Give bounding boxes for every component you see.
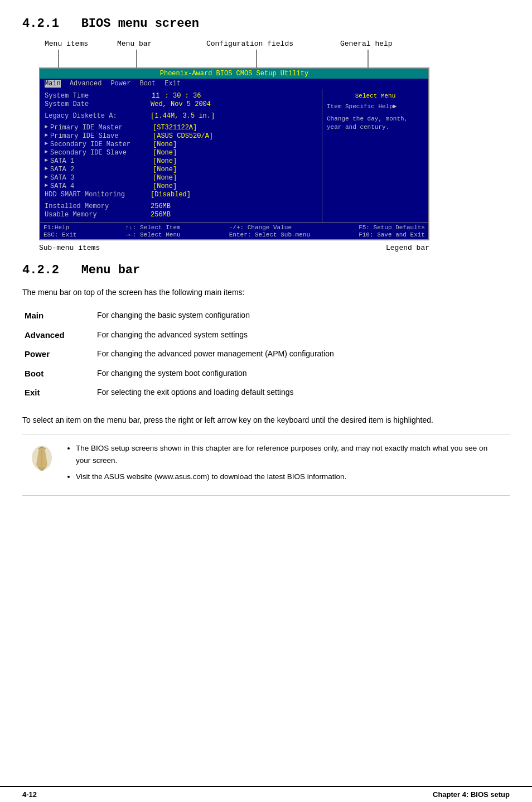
bios-row-secondary-slave: ► Secondary IDE Slave [None] (45, 149, 317, 157)
bios-label-diskette: Legacy Diskette A: (45, 112, 151, 120)
bios-label-sata3: SATA 3 (50, 174, 153, 182)
bios-row-hdd-smart: HDD SMART Monitoring [Disabled] (45, 191, 317, 199)
note-bullet-1: The BIOS setup screens shown in this cha… (76, 442, 504, 466)
menu-item-main-desc: For changing the basic system configurat… (95, 306, 510, 326)
bios-label-usable-mem: Usable Memory (45, 211, 151, 219)
bios-enter-submenu: Enter: Select Sub-menu (229, 231, 310, 238)
note-bullets: The BIOS setup screens shown in this cha… (65, 442, 504, 487)
bios-row-diskette: Legacy Diskette A: [1.44M, 3.5 in.] (45, 112, 317, 120)
bios-row-sata4: ► SATA 4 [None] (45, 182, 317, 190)
menu-item-main-name: Main (22, 306, 95, 326)
label-sub-menu-items: Sub-menu items (39, 244, 100, 252)
bios-header: Phoenix-Award BIOS CMOS Setup Utility (40, 69, 428, 79)
bios-menu-power[interactable]: Power (110, 80, 130, 88)
bios-main-panel: System Time 11 : 30 : 36 System Date Wed… (40, 89, 322, 223)
bios-row-system-time: System Time 11 : 30 : 36 (45, 92, 317, 100)
bios-label-system-time: System Time (45, 92, 151, 100)
bios-f5-defaults: F5: Setup Defaults (359, 224, 425, 231)
bios-label-installed-mem: Installed Memory (45, 202, 151, 210)
bios-f1-help: F1:Help (43, 224, 76, 231)
menu-item-power-name: Power (22, 345, 95, 364)
bios-screen: Phoenix-Award BIOS CMOS Setup Utility Ma… (39, 67, 429, 240)
bios-change-value: -/+: Change Value (229, 224, 310, 231)
bios-footer-col4: F5: Setup Defaults F10: Save and Exit (359, 224, 425, 238)
bios-arrow-1: ► (45, 124, 48, 132)
bios-arrow-8: ► (45, 182, 48, 190)
bios-row-usable-mem: Usable Memory 256MB (45, 211, 317, 219)
bios-value-primary-slave: [ASUS CDS520/A] (153, 132, 213, 140)
bios-arrow-5: ► (45, 157, 48, 165)
menu-item-power-desc: For changing the advanced power manageme… (95, 345, 510, 364)
menu-item-advanced-desc: For changing the advanced system setting… (95, 326, 510, 345)
bios-f10-save: F10: Save and Exit (359, 231, 425, 238)
bios-help-select-menu: Select Menu (327, 92, 424, 100)
bios-label-system-date: System Date (45, 100, 151, 108)
bios-label-sata1: SATA 1 (50, 157, 153, 165)
bios-label-sata2: SATA 2 (50, 166, 153, 173)
menu-item-boot-desc: For changing the system boot configurati… (95, 364, 510, 384)
menu-item-advanced-name: Advanced (22, 326, 95, 345)
menu-item-advanced: Advanced For changing the advanced syste… (22, 326, 510, 345)
bios-value-secondary-master: [None] (153, 141, 177, 148)
page-footer: 4-12 Chapter 4: BIOS setup (0, 786, 532, 802)
bios-menu-main[interactable]: Main (45, 80, 61, 88)
bios-label-primary-slave: Primary IDE Slave (50, 132, 153, 140)
bios-label-primary-master: Primary IDE Master (50, 124, 153, 132)
menu-item-exit-desc: For selecting the exit options and loadi… (95, 383, 510, 403)
menu-item-boot-name: Boot (22, 364, 95, 384)
bios-label-sata4: SATA 4 (50, 182, 153, 190)
bios-arrow-4: ► (45, 149, 48, 157)
bios-menu-advanced[interactable]: Advanced (70, 80, 102, 88)
bios-row-system-date: System Date Wed, Nov 5 2004 (45, 100, 317, 108)
bios-arrow-7: ► (45, 174, 48, 182)
menu-item-exit-name: Exit (22, 383, 95, 403)
menu-bar-table: Main For changing the basic system confi… (22, 306, 510, 403)
note-bullet-2: Visit the ASUS website (www.asus.com) to… (76, 471, 504, 483)
bios-value-usable-mem: 256MB (151, 211, 171, 219)
bios-value-sata3: [None] (153, 174, 177, 182)
section-422-title: 4.2.2 Menu bar (22, 263, 510, 277)
pencil-icon (28, 442, 56, 473)
bios-row-installed-mem: Installed Memory 256MB (45, 202, 317, 210)
bios-value-system-time: 11 : 30 : 36 (151, 92, 201, 100)
bios-label-secondary-master: Secondary IDE Master (50, 141, 153, 148)
chapter-title: Chapter 4: BIOS setup (433, 790, 510, 799)
bios-menubar[interactable]: Main Advanced Power Boot Exit (40, 79, 428, 89)
bios-value-secondary-slave: [None] (153, 149, 177, 157)
bios-row-primary-slave: ► Primary IDE Slave [ASUS CDS520/A] (45, 132, 317, 140)
bios-help-item-specific: Item Specific Help► (327, 103, 424, 111)
section-422-intro: The menu bar on top of the screen has th… (22, 286, 510, 298)
bios-content: System Time 11 : 30 : 36 System Date Wed… (40, 89, 428, 223)
bios-help-panel: Select Menu Item Specific Help► Change t… (322, 89, 428, 223)
section-421: 4.2.1 BIOS menu screen Menu items Menu b… (22, 17, 510, 252)
bios-footer-col1: F1:Help ESC: Exit (43, 224, 76, 238)
bios-value-system-date: Wed, Nov 5 2004 (151, 100, 211, 108)
section-421-title: 4.2.1 BIOS menu screen (22, 17, 510, 31)
bios-value-sata2: [None] (153, 166, 177, 173)
bios-row-sata2: ► SATA 2 [None] (45, 166, 317, 173)
label-connector-lines (39, 40, 429, 67)
below-diagram-labels: Sub-menu items Legend bar (39, 244, 429, 252)
bios-value-hdd-smart: [Disabled] (151, 191, 191, 199)
bios-arrow-2: ► (45, 132, 48, 140)
bios-menu-exit[interactable]: Exit (165, 80, 181, 88)
note-box: The BIOS setup screens shown in this cha… (22, 434, 510, 496)
bios-row-sata1: ► SATA 1 [None] (45, 157, 317, 165)
menu-item-main: Main For changing the basic system confi… (22, 306, 510, 326)
bios-arrows-select: ↑↓: Select Item (125, 224, 181, 231)
bios-arrow-6: ► (45, 166, 48, 173)
bios-arrow-menu: →←: Select Menu (125, 231, 181, 238)
bios-footer-col3: -/+: Change Value Enter: Select Sub-menu (229, 224, 310, 238)
bios-row-sata3: ► SATA 3 [None] (45, 174, 317, 182)
bios-footer-col2: ↑↓: Select Item →←: Select Menu (125, 224, 181, 238)
bios-value-diskette: [1.44M, 3.5 in.] (151, 112, 215, 120)
bios-diagram: Menu items Menu bar Configuration fields… (22, 40, 510, 252)
bios-header-text: Phoenix-Award BIOS CMOS Setup Utility (160, 70, 308, 78)
bios-menu-boot[interactable]: Boot (139, 80, 156, 88)
bios-esc-exit: ESC: Exit (43, 231, 76, 238)
bios-row-primary-master: ► Primary IDE Master [ST321122A] (45, 124, 317, 132)
bios-value-installed-mem: 256MB (151, 202, 171, 210)
page-number: 4-12 (22, 790, 37, 799)
bios-label-secondary-slave: Secondary IDE Slave (50, 149, 153, 157)
bios-arrow-3: ► (45, 141, 48, 148)
